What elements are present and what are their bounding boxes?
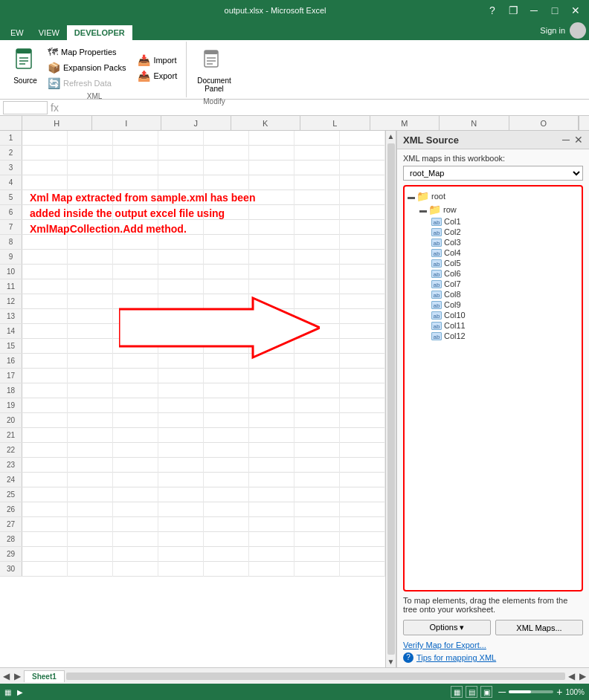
status-bar: ▦ ▶ ▦ ▤ ▣ ─ + 100% — [0, 684, 589, 700]
source-button-label: Source — [13, 77, 37, 85]
col6-label: Col6 — [444, 269, 461, 278]
zoom-slider[interactable] — [509, 690, 553, 693]
scroll-track[interactable] — [387, 143, 395, 655]
col5-label: Col5 — [444, 259, 461, 268]
user-avatar — [570, 22, 586, 39]
col8-label: Col8 — [444, 290, 461, 299]
ribbon-import-export-buttons: 📥 Import 📤 Export — [135, 45, 180, 91]
restore-button[interactable]: ❐ — [506, 4, 521, 16]
tree-item-col6[interactable]: abCol6 — [408, 268, 579, 279]
scroll-left-tab-button[interactable]: ◀ — [1, 671, 11, 681]
xml-panel-pin-button[interactable]: ─ — [562, 134, 570, 146]
col9-label: Col9 — [444, 300, 461, 309]
tree-item-col10[interactable]: abCol10 — [408, 310, 579, 320]
import-button[interactable]: 📥 Import — [135, 53, 180, 68]
tree-item-row[interactable]: ▬ 📁 row — [408, 203, 579, 216]
tree-item-col5[interactable]: abCol5 — [408, 258, 579, 268]
table-row: 26 — [0, 502, 385, 517]
ribbon-group-xml: Source 🗺 Map Properties 📦 Expansion Pack… — [3, 42, 187, 97]
h-scroll-right-button[interactable]: ▶ — [578, 671, 588, 681]
view-buttons: ▦ ▤ ▣ — [451, 686, 492, 698]
tree-item-col3[interactable]: abCol3 — [408, 237, 579, 247]
xml-group-label: XML — [87, 91, 103, 100]
tree-item-col12[interactable]: abCol12 — [408, 331, 579, 341]
tab-developer[interactable]: DEVELOPER — [67, 25, 132, 40]
minimize-button[interactable]: ─ — [527, 4, 541, 16]
document-panel-button[interactable]: Document Panel — [193, 45, 236, 96]
modify-group-label: Modify — [203, 96, 225, 106]
tab-view[interactable]: VIEW — [31, 25, 67, 40]
xml-source-panel: XML Source ─ ✕ XML maps in this workbook… — [396, 131, 589, 667]
table-row: 11 — [0, 279, 385, 294]
verify-map-link[interactable]: Verify Map for Export... — [403, 641, 583, 649]
zoom-out-button[interactable]: ─ — [498, 686, 506, 698]
options-button[interactable]: Options ▾ — [403, 620, 491, 635]
svg-rect-6 — [205, 51, 218, 54]
source-button[interactable]: Source — [9, 45, 42, 91]
col-header-o[interactable]: O — [509, 116, 579, 130]
col12-field-icon: ab — [431, 332, 442, 340]
xml-panel-title: XML Source — [403, 135, 459, 146]
tree-item-col2[interactable]: abCol2 — [408, 227, 579, 237]
export-button[interactable]: 📤 Export — [135, 68, 180, 83]
xml-hint-text: To map elements, drag the elements from … — [403, 592, 583, 617]
zoom-level-label: 100% — [565, 688, 585, 696]
table-row: 8 — [0, 235, 385, 250]
col-header-m[interactable]: M — [370, 116, 440, 130]
xml-maps-button[interactable]: XML Maps... — [495, 620, 583, 635]
close-button[interactable]: ✕ — [568, 4, 583, 16]
xml-map-dropdown[interactable]: root_Map — [403, 166, 583, 181]
col-header-k[interactable]: K — [231, 116, 301, 130]
col6-field-icon: ab — [431, 270, 442, 278]
col-header-l[interactable]: L — [300, 116, 370, 130]
tips-link[interactable]: ? Tips for mapping XML — [403, 652, 583, 663]
root-label: root — [431, 192, 445, 201]
xml-panel-body: XML maps in this workbook: root_Map ▬ 📁 … — [397, 149, 589, 667]
h-scroll-left-button[interactable]: ◀ — [567, 671, 576, 681]
table-row: 29 — [0, 547, 385, 562]
col-header-j[interactable]: J — [161, 116, 231, 130]
maximize-button[interactable]: □ — [547, 4, 562, 16]
sign-in-label[interactable]: Sign in — [540, 26, 565, 35]
tree-item-col4[interactable]: abCol4 — [408, 247, 579, 258]
horizontal-scroll-track[interactable] — [66, 673, 565, 680]
xml-panel-close-button[interactable]: ✕ — [574, 134, 583, 146]
xml-tree: ▬ 📁 root ▬ 📁 row abCol1 abCol2 abCol3 ab… — [403, 185, 583, 592]
col-header-i[interactable]: I — [92, 116, 162, 130]
verify-map-label: Verify Map for Export... — [403, 641, 486, 649]
expansion-packs-button[interactable]: 📦 Expansion Packs — [45, 60, 129, 75]
import-icon: 📥 — [138, 54, 150, 66]
status-icon-1: ▦ — [4, 688, 11, 696]
refresh-data-label: Refresh Data — [63, 79, 112, 88]
tab-ew[interactable]: EW — [3, 25, 31, 40]
normal-view-button[interactable]: ▦ — [451, 686, 463, 698]
refresh-data-button[interactable]: 🔄 Refresh Data — [45, 76, 129, 91]
scroll-right-tab-button[interactable]: ▶ — [13, 671, 22, 681]
tree-item-col7[interactable]: abCol7 — [408, 279, 579, 289]
table-row: 27 — [0, 517, 385, 532]
col-header-h[interactable]: H — [22, 116, 92, 130]
col9-field-icon: ab — [431, 301, 442, 309]
tree-item-col1[interactable]: abCol1 — [408, 216, 579, 227]
status-right: ▦ ▤ ▣ ─ + 100% — [451, 686, 585, 698]
tree-item-col11[interactable]: abCol11 — [408, 320, 579, 331]
spreadsheet[interactable]: 1 2 3 4 5 6 7 8 9 10 11 12 13 14 15 16 1… — [0, 131, 385, 667]
zoom-in-button[interactable]: + — [556, 686, 562, 698]
map-properties-button[interactable]: 🗺 Map Properties — [45, 45, 129, 59]
page-break-button[interactable]: ▣ — [480, 686, 492, 698]
sheet-tab-sheet1[interactable]: Sheet1 — [24, 670, 65, 682]
main-area: 1 2 3 4 5 6 7 8 9 10 11 12 13 14 15 16 1… — [0, 131, 589, 667]
page-layout-button[interactable]: ▤ — [466, 686, 477, 698]
help-button[interactable]: ? — [485, 4, 500, 16]
scroll-up-button[interactable]: ▲ — [386, 131, 396, 142]
col-header-n[interactable]: N — [440, 116, 509, 130]
tips-label: Tips for mapping XML — [416, 653, 496, 662]
scroll-down-button[interactable]: ▼ — [386, 656, 396, 667]
tree-item-col9[interactable]: abCol9 — [408, 299, 579, 310]
tree-item-col8[interactable]: abCol8 — [408, 289, 579, 299]
ribbon-group-modify: Document Panel Modify — [187, 42, 242, 97]
name-box[interactable] — [3, 101, 48, 114]
tree-item-root[interactable]: ▬ 📁 root — [408, 189, 579, 203]
vertical-scrollbar[interactable]: ▲ ▼ — [385, 131, 396, 667]
table-row: 4 — [0, 175, 385, 190]
